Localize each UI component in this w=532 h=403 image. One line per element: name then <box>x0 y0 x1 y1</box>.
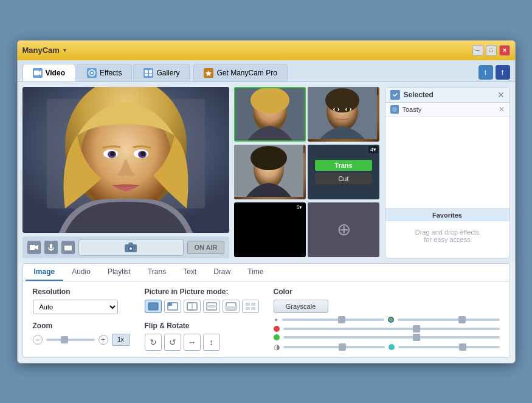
zoom-plus-button[interactable]: + <box>98 335 108 345</box>
snapshot-button[interactable] <box>78 239 184 256</box>
pip-mode-side[interactable] <box>184 300 201 313</box>
selected-icon <box>390 90 400 100</box>
tab-pro[interactable]: Get ManyCam Pro <box>193 64 287 81</box>
pip-label: Picture in Picture mode: <box>145 288 259 296</box>
color-slider-row-3 <box>274 334 500 340</box>
flip-v-button[interactable]: ↕ <box>203 334 220 351</box>
svg-point-17 <box>110 151 115 156</box>
zoom-minus-button[interactable]: − <box>33 335 43 345</box>
item-toasty-close[interactable]: ✕ <box>499 105 505 114</box>
sub-tab-trans[interactable]: Trans <box>139 264 174 281</box>
svg-rect-52 <box>246 303 250 306</box>
color-slider-1b-track <box>398 319 500 321</box>
color-slider-2-thumb[interactable] <box>413 325 420 332</box>
favorites-hint: Drag and drop effectsfor easy access <box>415 229 480 243</box>
cell-5-num[interactable]: 5▾ <box>294 204 304 211</box>
color-slider-row-2 <box>274 326 500 332</box>
svg-point-30 <box>250 88 289 114</box>
color-slider-3-track <box>283 336 500 339</box>
facebook-button[interactable]: f <box>496 65 510 80</box>
selected-close-button[interactable]: ✕ <box>497 90 505 100</box>
grayscale-button[interactable]: Grayscale <box>274 300 328 313</box>
svg-point-36 <box>334 108 338 111</box>
pip-mode-quad[interactable] <box>242 300 259 313</box>
svg-marker-20 <box>35 245 38 250</box>
pip-mode-strip2[interactable] <box>223 300 240 313</box>
sub-tab-image[interactable]: Image <box>26 264 64 281</box>
color-slider-row-4: ◑ <box>274 343 500 351</box>
trans-button[interactable]: Trans <box>315 160 372 171</box>
sub-tab-text[interactable]: Text <box>174 264 205 281</box>
color-group: Color Grayscale ✦ <box>274 288 500 351</box>
svg-rect-5 <box>149 70 152 73</box>
svg-rect-55 <box>251 307 255 310</box>
video-cam-button[interactable] <box>27 241 41 254</box>
sub-tab-time[interactable]: Time <box>239 264 272 281</box>
on-air-button[interactable]: ON AIR <box>187 241 224 254</box>
favorites-header[interactable]: Favorites <box>385 209 510 221</box>
tab-effects[interactable]: Effects <box>77 64 132 81</box>
resolution-select[interactable]: Auto <box>33 300 118 314</box>
svg-point-37 <box>347 108 350 111</box>
flip-label: Flip & Rotate <box>145 322 259 330</box>
svg-rect-7 <box>149 74 152 76</box>
svg-point-27 <box>130 247 132 250</box>
sub-tab-audio[interactable]: Audio <box>63 264 99 281</box>
window-controls: ─ □ ✕ <box>472 45 510 56</box>
selected-header: Selected ✕ <box>385 88 510 103</box>
flip-h-button[interactable]: ↔ <box>184 334 201 351</box>
color-slider-1b-thumb[interactable] <box>458 316 466 323</box>
color-slider-4-track <box>283 346 385 348</box>
tab-effects-label: Effects <box>100 69 122 77</box>
zoom-label: Zoom <box>33 322 130 330</box>
app-window: ManyCam ▾ ─ □ ✕ Video Effects Gallery <box>17 40 516 363</box>
title-dropdown-arrow[interactable]: ▾ <box>63 47 66 53</box>
sub-tab-playlist[interactable]: Playlist <box>99 264 139 281</box>
svg-rect-6 <box>145 74 148 76</box>
video-cell-2[interactable]: 2▾ <box>308 87 379 142</box>
tab-video[interactable]: Video <box>22 64 75 81</box>
pip-modes <box>145 300 259 313</box>
video-cell-1[interactable]: LIVE 1▾ <box>234 87 306 142</box>
add-source-icon: ⊕ <box>337 219 351 239</box>
color-slider-1-track <box>282 319 384 321</box>
pip-mode-small-corner[interactable] <box>164 300 181 313</box>
color-slider-1-thumb[interactable] <box>338 316 345 323</box>
selected-panel: Selected ✕ Toasty ✕ Favorites Drag and d… <box>385 87 510 258</box>
pip-group: Picture in Picture mode: <box>145 288 259 351</box>
color-sliders: ✦ <box>274 317 500 351</box>
cut-button[interactable]: Cut <box>315 173 372 184</box>
svg-rect-19 <box>30 245 35 250</box>
selected-title: Selected <box>404 91 434 99</box>
pip-mode-strip[interactable] <box>203 300 220 313</box>
zoom-slider-thumb[interactable] <box>61 336 68 343</box>
minimize-button[interactable]: ─ <box>472 45 483 56</box>
pip-mode-full[interactable] <box>145 300 162 313</box>
mic-button[interactable] <box>44 241 58 254</box>
maximize-button[interactable]: □ <box>486 45 497 56</box>
svg-rect-23 <box>64 246 72 250</box>
twitter-button[interactable]: t <box>478 65 493 80</box>
color-slider-4-thumb[interactable] <box>339 343 346 351</box>
close-button[interactable]: ✕ <box>499 45 510 56</box>
color-slider-4b-thumb[interactable] <box>459 343 466 351</box>
video-tab-icon <box>33 68 43 78</box>
svg-point-3 <box>91 72 93 74</box>
svg-rect-4 <box>145 70 148 73</box>
gallery-tab-icon <box>143 68 153 78</box>
sub-tab-draw[interactable]: Draw <box>205 264 239 281</box>
zoom-slider-track <box>46 339 95 341</box>
video-cell-trans[interactable]: 4▾ Trans Cut <box>308 145 379 199</box>
preview-section: ON AIR <box>22 87 229 258</box>
video-cell-3[interactable]: 3▾ <box>234 145 306 199</box>
rotate-left-button[interactable]: ↺ <box>164 334 181 351</box>
photo-mode-button[interactable] <box>61 241 75 254</box>
video-cell-add[interactable]: ⊕ <box>308 202 379 257</box>
cell-4-num[interactable]: 4▾ <box>368 146 378 153</box>
video-cell-5[interactable]: 5▾ <box>234 202 306 257</box>
rotate-right-button[interactable]: ↻ <box>145 334 162 351</box>
tab-gallery[interactable]: Gallery <box>133 64 190 81</box>
item-toasty-label: Toasty <box>402 106 422 113</box>
color-slider-3-thumb[interactable] <box>413 334 420 341</box>
video-grid: LIVE 1▾ 2▾ <box>234 87 380 258</box>
